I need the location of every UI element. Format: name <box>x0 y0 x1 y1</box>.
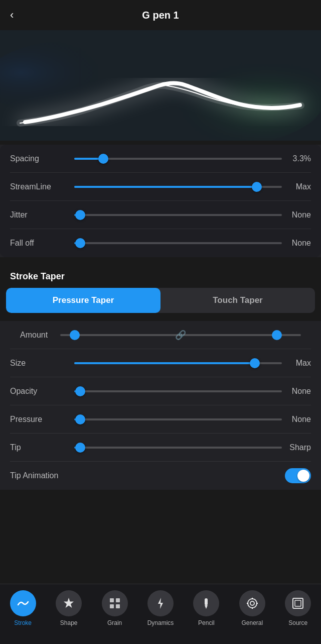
amount-label: Amount <box>20 331 60 340</box>
svg-marker-10 <box>205 605 208 609</box>
source-icon <box>291 597 304 610</box>
tip-animation-toggle[interactable] <box>285 468 311 483</box>
basic-settings: Spacing 3.3% StreamLine Max Jitter <box>0 145 321 257</box>
pencil-icon-circle <box>193 590 219 616</box>
tip-thumb[interactable] <box>75 443 85 453</box>
bottom-nav: Stroke Shape Grain Dynamics <box>0 584 321 644</box>
dynamics-icon-circle <box>147 590 174 616</box>
nav-item-dynamics[interactable]: Dynamics <box>137 590 183 626</box>
main-content: Spacing 3.3% StreamLine Max Jitter <box>0 30 321 584</box>
opacity-slider[interactable] <box>74 390 282 392</box>
pressure-slider[interactable] <box>74 418 282 420</box>
falloff-slider[interactable] <box>74 242 282 244</box>
nav-item-shape[interactable]: Shape <box>46 590 91 626</box>
size-fill <box>74 362 255 364</box>
taper-buttons: Pressure Taper Touch Taper <box>6 288 315 313</box>
tip-slider[interactable] <box>74 447 282 449</box>
source-icon-circle <box>285 590 311 616</box>
tip-animation-row: Tip Animation <box>10 462 311 490</box>
nav-item-grain[interactable]: Grain <box>92 590 137 626</box>
amount-track: 🔗 <box>60 334 301 336</box>
streamline-value: Max <box>286 182 311 191</box>
falloff-thumb[interactable] <box>75 238 85 248</box>
spacing-slider[interactable] <box>74 158 282 160</box>
svg-rect-7 <box>116 604 120 608</box>
pressure-thumb[interactable] <box>75 414 85 424</box>
toggle-thumb <box>297 470 309 482</box>
amount-row: Amount 🔗 <box>10 321 311 349</box>
svg-rect-18 <box>295 600 301 606</box>
nav-item-general[interactable]: General <box>229 590 275 626</box>
header: ‹ G pen 1 <box>0 0 321 30</box>
jitter-thumb[interactable] <box>75 210 85 220</box>
svg-marker-8 <box>158 598 163 609</box>
streamline-slider[interactable] <box>74 186 282 188</box>
opacity-label: Opacity <box>10 387 70 396</box>
size-thumb[interactable] <box>250 358 260 368</box>
pressure-label: Pressure <box>10 415 70 424</box>
page-title: G pen 1 <box>142 10 179 21</box>
back-button[interactable]: ‹ <box>10 9 14 22</box>
grain-icon-circle <box>102 590 128 616</box>
jitter-label: Jitter <box>10 210 70 220</box>
svg-rect-9 <box>205 598 208 605</box>
svg-point-11 <box>250 601 254 605</box>
spacing-thumb[interactable] <box>98 154 108 164</box>
svg-rect-4 <box>110 598 114 602</box>
nav-label-grain: Grain <box>107 619 122 626</box>
taper-settings: Amount 🔗 Size Max <box>0 321 321 490</box>
brush-preview <box>0 30 321 141</box>
nav-label-source: Source <box>288 619 307 626</box>
stroke-taper-section: Stroke Taper Pressure Taper Touch Taper … <box>0 261 321 490</box>
tip-animation-label: Tip Animation <box>10 471 70 480</box>
streamline-thumb[interactable] <box>252 182 262 192</box>
amount-slider[interactable]: 🔗 <box>60 334 301 336</box>
size-slider[interactable] <box>74 362 282 364</box>
dynamics-icon <box>154 597 167 610</box>
falloff-value: None <box>286 239 311 248</box>
nav-item-stroke[interactable]: Stroke <box>0 590 46 626</box>
touch-taper-button[interactable]: Touch Taper <box>160 288 315 313</box>
spacing-value: 3.3% <box>286 154 311 163</box>
shape-icon-circle <box>56 590 82 616</box>
tip-label: Tip <box>10 443 70 452</box>
general-icon-circle <box>239 590 265 616</box>
nav-item-pencil[interactable]: Pencil <box>184 590 229 626</box>
pressure-value: None <box>286 415 311 424</box>
falloff-label: Fall off <box>10 239 70 248</box>
svg-rect-17 <box>293 598 303 608</box>
tip-value: Sharp <box>286 443 311 452</box>
svg-rect-5 <box>116 598 120 602</box>
pressure-row: Pressure None <box>10 405 311 434</box>
falloff-row: Fall off None <box>10 229 311 257</box>
jitter-row: Jitter None <box>10 201 311 229</box>
pressure-taper-button[interactable]: Pressure Taper <box>6 288 160 313</box>
spacing-label: Spacing <box>10 154 70 163</box>
opacity-thumb[interactable] <box>75 386 85 396</box>
size-value: Max <box>286 359 311 368</box>
brush-stroke-svg <box>0 30 321 141</box>
nav-item-source[interactable]: Source <box>275 590 321 626</box>
size-row: Size Max <box>10 349 311 377</box>
jitter-slider[interactable] <box>74 214 282 216</box>
opacity-value: None <box>286 387 311 396</box>
stroke-icon-circle <box>10 590 36 616</box>
stroke-taper-header: Stroke Taper <box>0 261 321 288</box>
general-icon <box>246 597 259 610</box>
nav-label-pencil: Pencil <box>198 619 215 626</box>
nav-label-dynamics: Dynamics <box>147 619 174 626</box>
spacing-row: Spacing 3.3% <box>10 145 311 173</box>
opacity-row: Opacity None <box>10 377 311 405</box>
amount-thumb-left[interactable] <box>70 330 80 340</box>
grain-icon <box>108 597 121 610</box>
amount-thumb-right[interactable] <box>272 330 282 340</box>
nav-label-stroke: Stroke <box>14 619 32 626</box>
stroke-icon <box>17 597 30 610</box>
shape-icon <box>62 597 75 610</box>
jitter-value: None <box>286 210 311 220</box>
tip-row: Tip Sharp <box>10 434 311 462</box>
svg-marker-3 <box>64 598 74 608</box>
streamline-label: StreamLine <box>10 182 70 191</box>
streamline-fill <box>74 186 257 188</box>
pencil-icon <box>200 597 213 610</box>
